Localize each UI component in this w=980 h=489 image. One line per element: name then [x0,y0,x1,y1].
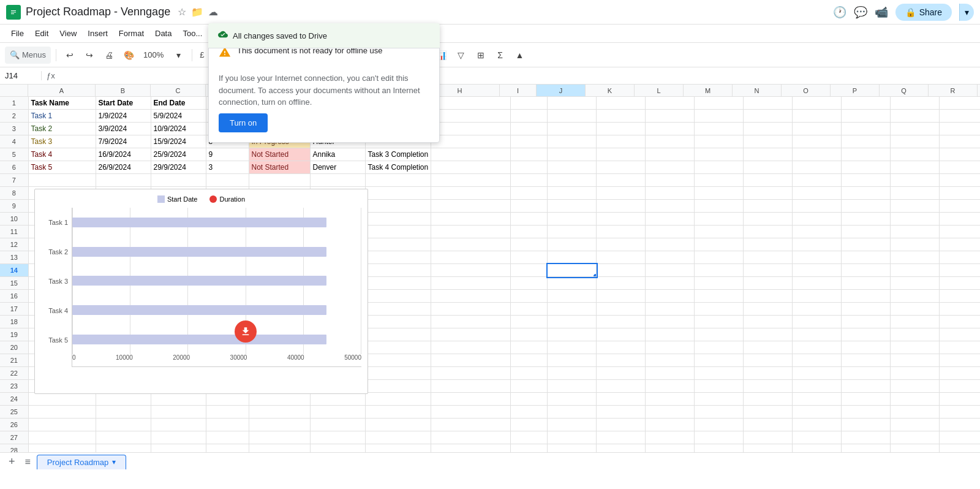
cell-q15[interactable] [891,277,940,290]
cell-f24[interactable] [310,393,365,406]
menu-view[interactable]: View [55,26,81,40]
star-icon[interactable]: ☆ [178,6,186,18]
cell-n5[interactable] [744,148,793,161]
zoom-level[interactable]: 100% [140,49,167,61]
cell-n4[interactable] [744,135,793,148]
cell-d5[interactable]: 9 [206,148,249,161]
cell-b5[interactable]: 16/9/2024 [96,148,151,161]
cell-i9[interactable] [511,200,548,213]
cell-e5[interactable]: Not Started [249,148,310,161]
cell-g22[interactable] [365,367,431,380]
cell-k23[interactable] [597,380,646,393]
cell-e26[interactable] [249,419,310,431]
cell-m3[interactable] [695,123,744,135]
undo-button[interactable]: ↩ [61,47,78,64]
turn-on-button[interactable]: Turn on [219,113,268,132]
cell-i20[interactable] [511,341,548,354]
cell-j27[interactable] [548,431,597,444]
cell-n1[interactable] [744,97,793,110]
cell-i25[interactable] [511,406,548,419]
cell-k22[interactable] [597,367,646,380]
cell-i2[interactable] [511,110,548,123]
cell-f26[interactable] [310,419,365,431]
row-num-7[interactable]: 7 [0,174,28,187]
cell-e25[interactable] [249,406,310,419]
cell-h27[interactable] [431,431,511,444]
cell-q12[interactable] [891,238,940,251]
cell-i19[interactable] [511,328,548,341]
cell-g27[interactable] [365,431,431,444]
cell-h7[interactable] [431,174,511,187]
cell-l27[interactable] [646,431,695,444]
cell-j11[interactable] [548,226,597,238]
cell-d26[interactable] [206,419,249,431]
cell-k20[interactable] [597,341,646,354]
cell-g21[interactable] [365,354,431,367]
cell-k14[interactable] [597,264,646,277]
cell-q7[interactable] [891,174,940,187]
cell-q14[interactable] [891,264,940,277]
row-num-23[interactable]: 23 [0,380,28,393]
menu-search[interactable]: 🔍 Menus [5,47,51,64]
cell-p9[interactable] [842,200,891,213]
cell-q2[interactable] [891,110,940,123]
share-button[interactable]: 🔒 Share [895,4,952,21]
cell-n15[interactable] [744,277,793,290]
cell-l1[interactable] [646,97,695,110]
cell-j22[interactable] [548,367,597,380]
cell-r7[interactable] [940,174,980,187]
menu-file[interactable]: File [6,26,29,40]
cell-k5[interactable] [597,148,646,161]
cell-h19[interactable] [431,328,511,341]
cell-o11[interactable] [793,226,842,238]
cell-q21[interactable] [891,354,940,367]
cell-m5[interactable] [695,148,744,161]
cell-o3[interactable] [793,123,842,135]
cell-d7[interactable] [206,174,249,187]
cell-p24[interactable] [842,393,891,406]
cell-g23[interactable] [365,380,431,393]
cell-d6[interactable]: 3 [206,161,249,174]
cell-i24[interactable] [511,393,548,406]
cell-d27[interactable] [206,431,249,444]
filter-button[interactable]: ▽ [453,47,470,64]
cell-i7[interactable] [511,174,548,187]
cell-h23[interactable] [431,380,511,393]
cell-j8[interactable] [548,187,597,200]
cell-g17[interactable] [365,303,431,316]
row-num-8[interactable]: 8 [0,187,28,200]
cell-c7[interactable] [151,174,206,187]
cell-b2[interactable]: 1/9/2024 [96,110,151,123]
cell-p22[interactable] [842,367,891,380]
row-num-19[interactable]: 19 [0,328,28,341]
cell-g16[interactable] [365,290,431,303]
cell-l9[interactable] [646,200,695,213]
cell-i1[interactable] [511,97,548,110]
cell-o26[interactable] [793,419,842,431]
cell-q1[interactable] [891,97,940,110]
cell-i6[interactable] [511,161,548,174]
cell-l18[interactable] [646,316,695,328]
cell-o22[interactable] [793,367,842,380]
cell-a27[interactable] [28,431,96,444]
cell-l8[interactable] [646,187,695,200]
cell-i18[interactable] [511,316,548,328]
cell-m27[interactable] [695,431,744,444]
cell-l26[interactable] [646,419,695,431]
cell-o8[interactable] [793,187,842,200]
cell-j1[interactable] [548,97,597,110]
cell-f6[interactable]: Denver [310,161,365,174]
cell-p6[interactable] [842,161,891,174]
cell-j4[interactable] [548,135,597,148]
cell-h12[interactable] [431,238,511,251]
cell-i12[interactable] [511,238,548,251]
row-num-10[interactable]: 10 [0,213,28,226]
cell-o10[interactable] [793,213,842,226]
cell-g8[interactable] [365,187,431,200]
cell-r27[interactable] [940,431,980,444]
cell-a7[interactable] [28,174,96,187]
cell-j13[interactable] [548,251,597,264]
cell-r21[interactable] [940,354,980,367]
cell-n3[interactable] [744,123,793,135]
cell-b3[interactable]: 3/9/2024 [96,123,151,135]
